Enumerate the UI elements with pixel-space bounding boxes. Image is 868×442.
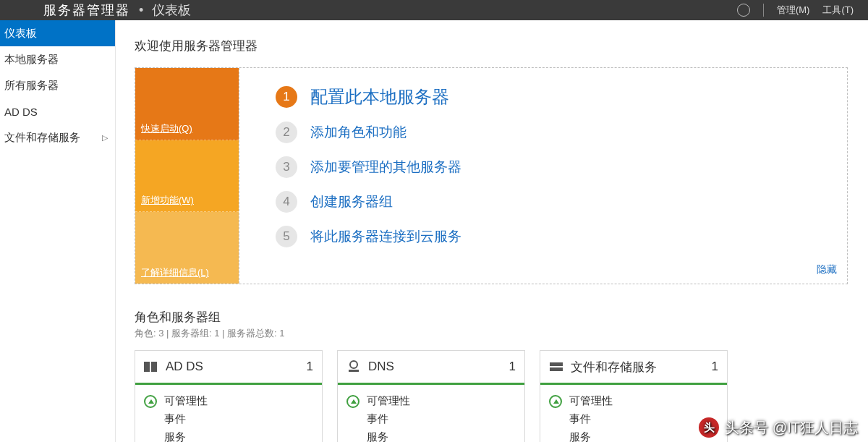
svg-point-2 xyxy=(350,361,357,368)
divider xyxy=(763,4,764,17)
card-row-events[interactable]: 事件 xyxy=(540,410,727,428)
card-row-label: 事件 xyxy=(367,412,388,426)
tile-label: 快速启动(Q) xyxy=(141,122,192,135)
card-row-manageability[interactable]: 可管理性 xyxy=(135,392,322,410)
card-status-bar xyxy=(338,383,524,385)
chevron-right-icon: ▷ xyxy=(102,133,108,143)
adds-icon xyxy=(144,360,158,373)
welcome-steps: 1 配置此本地服务器 2 添加角色和功能 3 添加要管理的其他服务器 4 创建服… xyxy=(239,68,847,284)
card-count: 1 xyxy=(509,360,516,374)
status-up-icon xyxy=(144,395,157,408)
title-bar-right: 管理(M) 工具(T) xyxy=(737,4,854,17)
card-row-events[interactable]: 事件 xyxy=(135,410,322,428)
card-name: DNS xyxy=(368,360,502,374)
card-row-label: 可管理性 xyxy=(164,394,208,408)
step-label: 配置此本地服务器 xyxy=(310,85,449,109)
card-header: DNS 1 xyxy=(338,351,524,383)
sidebar-item-label: 所有服务器 xyxy=(4,79,59,93)
card-row-manageability[interactable]: 可管理性 xyxy=(540,392,727,410)
sidebar-item-label: 本地服务器 xyxy=(4,53,59,67)
svg-rect-3 xyxy=(349,370,359,372)
sidebar-item-local-server[interactable]: 本地服务器 xyxy=(0,46,115,72)
card-header: 文件和存储服务 1 xyxy=(540,351,727,383)
tile-whats-new[interactable]: 新增功能(W) xyxy=(135,140,239,213)
svg-rect-1 xyxy=(151,362,157,372)
sidebar-item-all-servers[interactable]: 所有服务器 xyxy=(0,72,115,98)
welcome-heading: 欢迎使用服务器管理器 xyxy=(135,38,854,54)
blank-icon xyxy=(346,413,359,426)
card-count: 1 xyxy=(712,360,718,374)
tools-menu[interactable]: 工具(T) xyxy=(822,4,854,17)
tile-learn-more[interactable]: 了解详细信息(L) xyxy=(135,212,239,284)
blank-icon xyxy=(549,413,562,426)
card-file-storage[interactable]: 文件和存储服务 1 可管理性 事件 服务 xyxy=(540,350,728,442)
sidebar-item-dashboard[interactable]: 仪表板 xyxy=(0,20,115,46)
card-row-services[interactable]: 服务 xyxy=(135,428,322,442)
storage-icon xyxy=(549,360,563,373)
hide-link[interactable]: 隐藏 xyxy=(817,263,837,276)
step-label: 创建服务器组 xyxy=(310,192,393,211)
sidebar-item-label: AD DS xyxy=(4,106,38,118)
tile-label: 了解详细信息(L) xyxy=(141,266,209,279)
dns-icon xyxy=(346,360,361,373)
group-cards: AD DS 1 可管理性 事件 服务 xyxy=(135,350,848,442)
card-row-label: 服务 xyxy=(367,430,388,442)
status-up-icon xyxy=(346,395,359,408)
sidebar-item-adds[interactable]: AD DS xyxy=(0,98,115,124)
title-separator: • xyxy=(139,3,143,18)
step-label: 添加角色和功能 xyxy=(310,123,407,142)
svg-rect-5 xyxy=(550,367,563,371)
step-number: 1 xyxy=(276,86,297,108)
step-number: 2 xyxy=(276,122,297,143)
welcome-panel: 快速启动(Q) 新增功能(W) 了解详细信息(L) 1 配置此本地服务器 2 添… xyxy=(135,67,848,284)
card-dns[interactable]: DNS 1 可管理性 事件 服务 xyxy=(337,350,525,442)
groups-subtitle: 角色: 3 | 服务器组: 1 | 服务器总数: 1 xyxy=(135,327,848,340)
refresh-icon[interactable] xyxy=(737,4,750,17)
step-label: 添加要管理的其他服务器 xyxy=(310,158,461,177)
blank-icon xyxy=(144,413,157,426)
step-create-group[interactable]: 4 创建服务器组 xyxy=(276,191,833,213)
card-header: AD DS 1 xyxy=(135,351,322,383)
status-up-icon xyxy=(549,395,562,408)
sidebar-item-file-storage[interactable]: 文件和存储服务 ▷ xyxy=(0,124,115,150)
card-status-bar xyxy=(135,383,322,385)
card-adds[interactable]: AD DS 1 可管理性 事件 服务 xyxy=(135,350,323,442)
tile-label: 新增功能(W) xyxy=(141,194,194,207)
card-row-label: 服务 xyxy=(569,430,591,442)
blank-icon xyxy=(549,431,562,443)
card-name: 文件和存储服务 xyxy=(571,359,705,375)
step-number: 5 xyxy=(276,226,297,247)
card-row-label: 事件 xyxy=(164,412,186,426)
blank-icon xyxy=(346,431,359,443)
welcome-tiles: 快速启动(Q) 新增功能(W) 了解详细信息(L) xyxy=(135,68,239,284)
tile-quick-start[interactable]: 快速启动(Q) xyxy=(135,68,239,140)
card-count: 1 xyxy=(307,360,313,374)
app-subtitle: 仪表板 xyxy=(152,1,191,19)
groups-title: 角色和服务器组 xyxy=(135,309,848,326)
sidebar-item-label: 仪表板 xyxy=(4,27,37,41)
step-connect-cloud[interactable]: 5 将此服务器连接到云服务 xyxy=(276,226,833,247)
step-label: 将此服务器连接到云服务 xyxy=(310,227,461,246)
card-row-label: 可管理性 xyxy=(569,394,613,408)
sidebar: 仪表板 本地服务器 所有服务器 AD DS 文件和存储服务 ▷ xyxy=(0,20,116,442)
manage-menu[interactable]: 管理(M) xyxy=(777,4,810,17)
step-number: 4 xyxy=(276,191,297,213)
card-row-services[interactable]: 服务 xyxy=(338,428,524,442)
main-content: 欢迎使用服务器管理器 快速启动(Q) 新增功能(W) 了解详细信息(L) 1 配… xyxy=(116,20,868,442)
sidebar-item-label: 文件和存储服务 xyxy=(4,131,80,145)
step-add-servers[interactable]: 3 添加要管理的其他服务器 xyxy=(276,156,833,178)
blank-icon xyxy=(144,431,157,443)
card-row-events[interactable]: 事件 xyxy=(338,410,524,428)
card-row-services[interactable]: 服务 xyxy=(540,428,727,442)
step-number: 3 xyxy=(276,156,297,178)
title-bar: 服务器管理器 • 仪表板 管理(M) 工具(T) xyxy=(0,0,868,20)
card-row-label: 服务 xyxy=(164,430,186,442)
svg-rect-4 xyxy=(550,362,563,366)
step-configure-local[interactable]: 1 配置此本地服务器 xyxy=(276,85,833,109)
card-row-manageability[interactable]: 可管理性 xyxy=(338,392,524,410)
card-name: AD DS xyxy=(166,360,299,374)
card-row-label: 可管理性 xyxy=(367,394,410,408)
card-status-bar xyxy=(540,383,727,385)
roles-groups-section: 角色和服务器组 角色: 3 | 服务器组: 1 | 服务器总数: 1 AD DS… xyxy=(135,309,848,442)
step-add-roles[interactable]: 2 添加角色和功能 xyxy=(276,122,833,143)
